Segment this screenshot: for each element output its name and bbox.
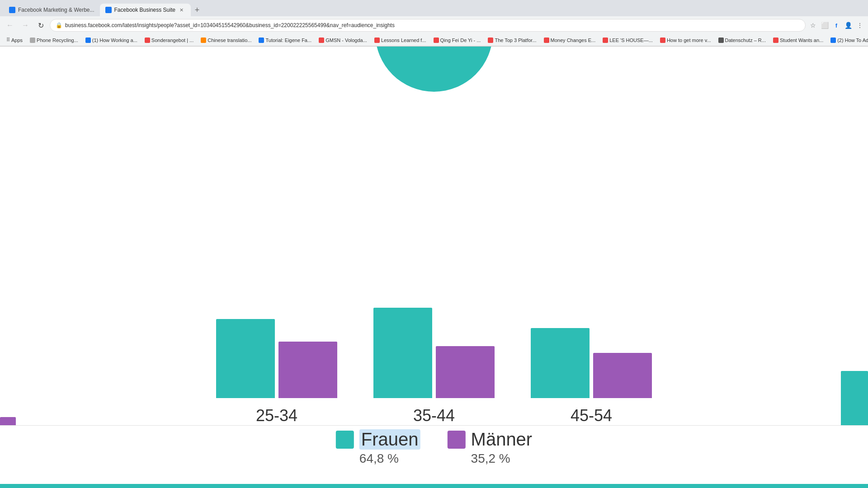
bookmark-14-label: Student Wants an... <box>780 38 823 43</box>
bookmark-apps[interactable]: ⠿ Apps <box>4 36 25 44</box>
bookmark-4-favicon <box>201 38 206 43</box>
chart-legend: Frauen 64,8 % Männer 35,2 % <box>336 429 532 466</box>
bookmark-6-label: GMSN - Vologda... <box>326 38 367 43</box>
maenner-swatch <box>448 431 466 449</box>
profile-icon[interactable]: 👤 <box>844 21 853 30</box>
bookmark-11-label: LEE 'S HOUSE—... <box>609 38 653 43</box>
bookmark-3-label: Sonderangebot | ... <box>151 38 193 43</box>
reload-button[interactable]: ↻ <box>34 19 47 32</box>
bookmark-4-label: Chinese translatio... <box>208 38 251 43</box>
bookmark-5[interactable]: Tutorial: Eigene Fa... <box>256 37 314 44</box>
tab-1-favicon <box>9 7 15 13</box>
bar-45-54-frauen <box>531 328 590 398</box>
bookmark-6-favicon <box>319 38 324 43</box>
chart-baseline <box>0 425 868 426</box>
bookmark-2-label: (1) How Working a... <box>92 38 137 43</box>
bar-label-25-34: 25-34 <box>256 406 297 425</box>
bookmark-5-favicon <box>259 38 264 43</box>
cast-icon[interactable]: ⬜ <box>820 21 829 30</box>
bars-25-34 <box>216 319 337 398</box>
tab-2[interactable]: Facebook Business Suite ✕ <box>100 4 191 16</box>
lock-icon: 🔒 <box>56 22 62 28</box>
browser-chrome: Facebook Marketing & Werbe... Facebook B… <box>0 0 868 47</box>
tab-1[interactable]: Facebook Marketing & Werbe... <box>4 4 100 16</box>
bookmark-13-label: Datenschutz – R... <box>725 38 766 43</box>
bookmark-2[interactable]: (1) How Working a... <box>83 37 140 44</box>
legend-frauen-top: Frauen <box>336 429 420 450</box>
frauen-swatch <box>336 431 354 449</box>
bookmark-11[interactable]: LEE 'S HOUSE—... <box>600 37 656 44</box>
tab-bar: Facebook Marketing & Werbe... Facebook B… <box>0 0 868 16</box>
bookmark-11-favicon <box>603 38 608 43</box>
legend-maenner-top: Männer <box>448 429 533 450</box>
chart-area: 25-34 35-44 45-54 <box>0 308 868 425</box>
menu-icon[interactable]: ⋮ <box>855 21 864 30</box>
bookmark-8-label: Qing Fei De Yi - ... <box>440 38 481 43</box>
tab-2-label: Facebook Business Suite <box>114 7 175 13</box>
bars-35-44 <box>373 308 495 398</box>
bookmark-14[interactable]: Student Wants an... <box>770 37 826 44</box>
bookmark-10-label: Money Changes E... <box>551 38 596 43</box>
bookmark-12[interactable]: How to get more v... <box>657 37 714 44</box>
bar-25-34-maenner <box>278 342 337 398</box>
url-text: business.facebook.com/latest/insights/pe… <box>65 22 800 28</box>
bar-25-34-frauen <box>216 319 275 398</box>
bookmark-9[interactable]: The Top 3 Platfor... <box>485 37 539 44</box>
bookmark-3-favicon <box>145 38 150 43</box>
top-semicircle-chart <box>375 47 493 92</box>
bookmark-12-label: How to get more v... <box>667 38 711 43</box>
tab-2-favicon <box>105 7 112 13</box>
bookmark-6[interactable]: GMSN - Vologda... <box>316 37 370 44</box>
bookmark-9-favicon <box>488 38 493 43</box>
bar-45-54-maenner <box>593 353 652 398</box>
main-content: 25-34 35-44 45-54 Frauen 64,8 % <box>0 47 868 488</box>
frauen-label: Frauen <box>359 429 420 450</box>
bookmark-star-icon[interactable]: ☆ <box>808 21 817 30</box>
bookmark-apps-label: Apps <box>11 38 23 43</box>
bookmark-12-favicon <box>660 38 665 43</box>
bookmark-13-favicon <box>718 38 724 43</box>
bookmark-7-label: Lessons Learned f... <box>381 38 426 43</box>
bookmark-7[interactable]: Lessons Learned f... <box>372 37 429 44</box>
bookmark-7-favicon <box>374 38 380 43</box>
address-bar[interactable]: 🔒 business.facebook.com/latest/insights/… <box>50 19 806 32</box>
bookmark-10[interactable]: Money Changes E... <box>541 37 599 44</box>
bookmark-1-label: Phone Recycling... <box>37 38 78 43</box>
bookmark-15-label: (2) How To Add A... <box>837 38 868 43</box>
maenner-label: Männer <box>471 429 533 450</box>
bookmark-15-favicon <box>830 38 836 43</box>
bar-label-45-54: 45-54 <box>571 406 612 425</box>
bookmark-8-favicon <box>434 38 439 43</box>
fb-icon[interactable]: f <box>832 21 841 30</box>
bar-group-25-34: 25-34 <box>216 319 337 425</box>
bar-label-35-44: 35-44 <box>413 406 455 425</box>
bookmark-10-favicon <box>544 38 549 43</box>
maenner-pct: 35,2 % <box>471 451 510 466</box>
browser-toolbar-icons: ☆ ⬜ f 👤 ⋮ <box>808 21 864 30</box>
bars-45-54 <box>531 328 652 398</box>
tab-1-label: Facebook Marketing & Werbe... <box>18 7 94 13</box>
bar-group-35-44: 35-44 <box>373 308 495 425</box>
bookmark-8[interactable]: Qing Fei De Yi - ... <box>431 37 484 44</box>
bar-group-45-54: 45-54 <box>531 328 652 425</box>
back-button[interactable]: ← <box>4 19 16 32</box>
bookmarks-bar: ⠿ Apps Phone Recycling... (1) How Workin… <box>0 34 868 46</box>
bar-35-44-maenner <box>436 346 495 398</box>
bookmark-15[interactable]: (2) How To Add A... <box>828 37 868 44</box>
bookmark-1[interactable]: Phone Recycling... <box>27 37 81 44</box>
legend-frauen: Frauen 64,8 % <box>336 429 420 466</box>
legend-maenner: Männer 35,2 % <box>448 429 533 466</box>
bookmark-3[interactable]: Sonderangebot | ... <box>142 37 196 44</box>
bookmark-5-label: Tutorial: Eigene Fa... <box>265 38 311 43</box>
bookmark-2-favicon <box>85 38 91 43</box>
bar-35-44-frauen <box>373 308 432 398</box>
new-tab-button[interactable]: + <box>191 4 203 16</box>
bottom-teal-bar <box>0 484 868 488</box>
tab-2-close[interactable]: ✕ <box>178 6 185 14</box>
bookmark-13[interactable]: Datenschutz – R... <box>716 37 769 44</box>
bookmark-14-favicon <box>773 38 778 43</box>
frauen-pct: 64,8 % <box>359 451 399 466</box>
apps-icon: ⠿ <box>6 37 10 43</box>
bookmark-4[interactable]: Chinese translatio... <box>198 37 254 44</box>
forward-button[interactable]: → <box>19 19 32 32</box>
